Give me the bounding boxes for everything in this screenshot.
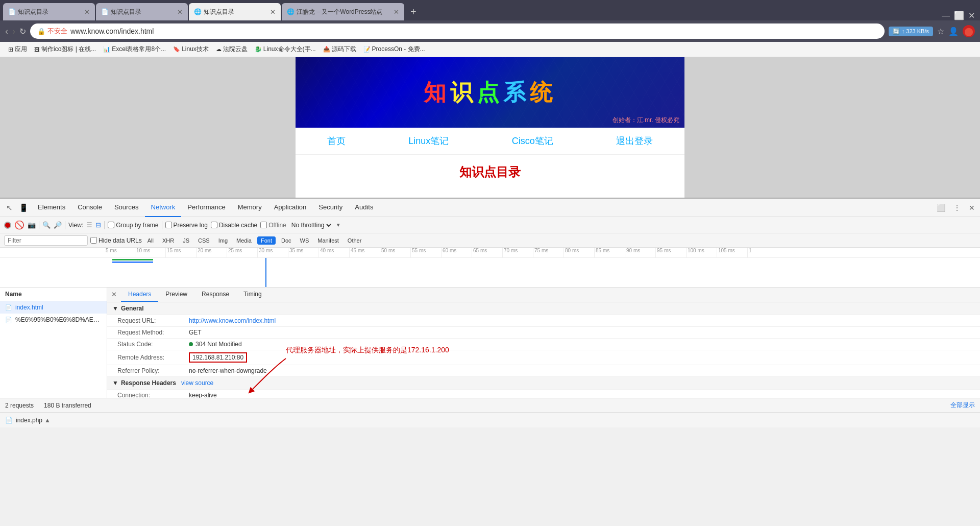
filter-input[interactable]	[4, 235, 88, 246]
field-request-method: Request Method: GET	[107, 327, 980, 339]
clear-button[interactable]: 🚫	[14, 220, 24, 230]
back-button[interactable]: ‹	[5, 26, 8, 37]
filter-doc[interactable]: Doc	[278, 237, 295, 244]
general-section-header[interactable]: ▼ General	[107, 302, 980, 315]
tab-performance[interactable]: Performance	[181, 199, 231, 217]
details-tab-response[interactable]: Response	[194, 288, 236, 302]
devtools-more-icon[interactable]: ⋮	[951, 202, 963, 214]
new-tab-button[interactable]: +	[405, 6, 422, 18]
show-all-button[interactable]: 全部显示	[950, 401, 975, 410]
filter-ws[interactable]: WS	[297, 237, 312, 244]
star-button[interactable]: ☆	[937, 27, 944, 36]
tab-application[interactable]: Application	[268, 199, 313, 217]
tab-1[interactable]: 📄 知识点目录 ✕	[3, 3, 95, 20]
hide-data-urls-label: Hide data URLs	[99, 237, 142, 244]
camera-button[interactable]: 📷	[28, 221, 36, 229]
tab-3-favicon: 🌐	[194, 8, 202, 15]
offline-checkbox[interactable]: Offline	[260, 222, 286, 229]
file-item-2[interactable]: 📄 %E6%95%B0%E6%8D%AE%E8...	[0, 314, 107, 326]
nav-cisco[interactable]: Cisco笔记	[512, 135, 553, 147]
filter-button[interactable]: 🔍	[42, 221, 51, 229]
tab-security[interactable]: Security	[312, 199, 349, 217]
bookmark-7-label: ProcessOn - 免费...	[372, 45, 425, 54]
bookmark-3-label: Linux技术	[182, 45, 209, 54]
filter-xhr[interactable]: XHR	[159, 237, 177, 244]
preserve-log-checkbox[interactable]: Preserve log	[165, 222, 208, 229]
close-window-button[interactable]: ✕	[968, 11, 975, 20]
bookmark-4[interactable]: ☁ 法院云盘	[213, 44, 251, 55]
search-button[interactable]: 🔎	[54, 221, 62, 229]
field-label-referrer: Referrer Policy:	[117, 367, 189, 374]
filter-media[interactable]: Media	[233, 237, 255, 244]
group-by-frame-checkbox[interactable]: Group by frame	[108, 222, 158, 229]
bookmark-7[interactable]: 📝 ProcessOn - 免费...	[360, 44, 428, 55]
filter-font[interactable]: Font	[257, 236, 276, 245]
menu-button[interactable]: ⬤	[963, 25, 975, 37]
field-request-url: Request URL: http://www.know.com/index.h…	[107, 315, 980, 327]
apps-button[interactable]: ⊞ 应用	[5, 44, 30, 55]
record-button[interactable]	[4, 222, 11, 229]
details-tab-preview[interactable]: Preview	[158, 288, 194, 302]
general-arrow-icon: ▼	[112, 305, 118, 312]
bottom-file-row: 📄 index.php ▲	[0, 412, 980, 427]
view-source-link[interactable]: view source	[181, 379, 213, 387]
forward-button[interactable]: ›	[12, 26, 15, 37]
bookmarks-bar: ⊞ 应用 🖼 制作ico图标 | 在线... 📊 Excel表格常用8个... …	[0, 42, 980, 57]
filter-js[interactable]: JS	[180, 237, 192, 244]
bottom-expand-icon[interactable]: 📄	[5, 417, 13, 424]
user-button[interactable]: 👤	[948, 27, 959, 36]
filter-other[interactable]: Other	[345, 237, 365, 244]
bookmark-2[interactable]: 📊 Excel表格常用8个...	[100, 44, 169, 55]
nav-logout[interactable]: 退出登录	[616, 135, 653, 147]
details-tab-close[interactable]: ✕	[107, 288, 121, 302]
tab-sources[interactable]: Sources	[108, 199, 145, 217]
reload-button[interactable]: ↻	[19, 27, 26, 36]
devtools-dock-icon[interactable]: ⬜	[935, 202, 947, 214]
tab-network[interactable]: Network	[145, 199, 182, 217]
hide-data-urls-checkbox[interactable]: Hide data URLs	[90, 237, 142, 244]
bookmark-5[interactable]: 🐉 Linux命令大全(手...	[252, 44, 319, 55]
throttle-select[interactable]: No throttling	[289, 221, 333, 229]
bottom-chevron-icon[interactable]: ▲	[44, 417, 51, 424]
address-box[interactable]: 🔒 不安全 www.know.com/index.html	[30, 23, 885, 39]
tab-1-close[interactable]: ✕	[84, 8, 90, 16]
maximize-button[interactable]: ⬜	[954, 11, 964, 20]
site-footer-text: 创始者：江.mr. 侵权必究	[612, 116, 679, 125]
devtools-icon-cursor[interactable]: ↖	[3, 201, 16, 214]
filter-all[interactable]: All	[144, 237, 157, 244]
tab-4-close[interactable]: ✕	[394, 8, 399, 16]
details-tab-timing[interactable]: Timing	[236, 288, 269, 302]
tab-audits[interactable]: Audits	[349, 199, 379, 217]
view-grid-icon[interactable]: ⊟	[95, 221, 101, 229]
filter-css[interactable]: CSS	[195, 237, 213, 244]
devtools-status-bar: 2 requests 180 B transferred 全部显示	[0, 398, 980, 412]
view-list-icon[interactable]: ☰	[86, 221, 92, 229]
tab-2-close[interactable]: ✕	[177, 8, 183, 16]
tab-3-active[interactable]: 🌐 知识点目录 ✕	[189, 3, 281, 20]
minimize-button[interactable]: —	[942, 11, 950, 20]
file-item-1[interactable]: 📄 index.html	[0, 301, 107, 314]
bookmark-1-label: 制作ico图标 | 在线...	[41, 45, 96, 54]
nav-linux[interactable]: Linux笔记	[408, 135, 449, 147]
details-tab-headers[interactable]: Headers	[121, 288, 158, 302]
disable-cache-checkbox[interactable]: Disable cache	[211, 222, 257, 229]
tab-4[interactable]: 🌐 江皓龙 – 又一个WordPress站点 ✕	[282, 3, 404, 20]
bookmark-1[interactable]: 🖼 制作ico图标 | 在线...	[31, 44, 99, 55]
tab-3-close[interactable]: ✕	[270, 8, 276, 16]
tab-2[interactable]: 📄 知识点目录 ✕	[96, 3, 188, 20]
devtools-icon-mobile[interactable]: 📱	[16, 201, 32, 214]
nav-home[interactable]: 首页	[327, 135, 346, 147]
filter-manifest[interactable]: Manifest	[314, 237, 342, 244]
filter-bar: Hide data URLs All XHR JS CSS Img Media …	[0, 233, 980, 248]
page-title: 知识点目录	[296, 155, 684, 189]
filter-img[interactable]: Img	[215, 237, 231, 244]
devtools-close-icon[interactable]: ✕	[967, 202, 977, 214]
bookmark-3[interactable]: 🔖 Linux技术	[170, 44, 212, 55]
tab-memory[interactable]: Memory	[232, 199, 268, 217]
tab-elements[interactable]: Elements	[32, 199, 71, 217]
speed-badge: 🔄 ↑ 323 KB/s	[889, 27, 933, 36]
bookmark-6[interactable]: 📥 源码下载	[320, 44, 359, 55]
response-section-header[interactable]: ▼ Response Headers view source	[107, 377, 980, 390]
transferred-size: 180 B transferred	[44, 402, 91, 409]
tab-console[interactable]: Console	[71, 199, 108, 217]
